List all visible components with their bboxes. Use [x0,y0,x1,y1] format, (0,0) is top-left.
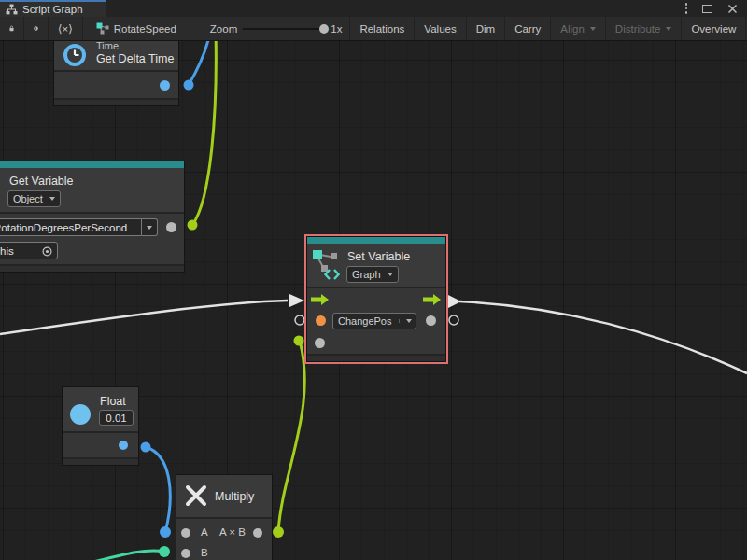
node-title: Get Delta Time [96,52,174,65]
set-variable-icon [312,249,342,281]
get-variable-wire-endpoint[interactable] [188,220,198,231]
node-title: Multiply [215,490,254,503]
node-float[interactable]: Float 0.01 [62,386,139,466]
zoom-slider[interactable] [243,28,325,30]
float-to-multiply-wire [146,447,170,532]
graph-name: RotateSpeed [114,23,176,35]
object-picker-icon[interactable] [42,246,52,257]
graph-hierarchy-icon [6,4,18,15]
node-get-variable[interactable]: Get Variable Object RotationDegreesPerSe… [0,161,185,273]
chevron-down-icon [406,319,412,323]
chevron-down-icon [666,27,671,31]
distribute-dropdown[interactable]: Distribute [606,17,683,40]
float-output-endpoint[interactable] [141,442,151,453]
node-get-delta-time[interactable]: Time Get Delta Time [53,41,179,106]
variable-name-field[interactable]: RotationDegreesPerSecond [0,218,142,236]
node-accent-strip [0,161,184,168]
node-accent-strip [307,237,445,244]
graph-breadcrumb[interactable]: RotateSpeed [83,17,186,40]
node-title: Get Variable [9,175,74,188]
value-input-port[interactable] [316,315,326,326]
graph-node-icon [96,22,109,35]
tab-title: Script Graph [22,4,83,15]
info-button[interactable] [24,17,49,40]
lock-button[interactable] [0,17,24,40]
zoom-slider-handle[interactable] [319,24,329,34]
get-variable-output-port[interactable] [166,222,176,232]
unconnected-port-ring-right[interactable] [449,315,458,325]
variable-name-dropdown-button[interactable] [142,218,158,236]
node-title: Set Variable [347,250,410,263]
float-icon [70,404,91,425]
multiply-input-a-port[interactable] [181,528,190,538]
multiply-input-b-port[interactable] [181,549,190,558]
values-button[interactable]: Values [415,17,466,40]
zoom-control: Zoom 1x [203,17,350,40]
port-b-label: B [201,547,208,558]
maximize-icon[interactable] [702,5,712,13]
flow-wire-out-arrowhead [448,295,461,308]
flow-wire-out [459,301,747,373]
float-value-field[interactable]: 0.01 [99,410,134,426]
teal-wire [90,551,164,560]
lock-icon [9,22,14,35]
edit-graph-button[interactable]: ⟨×⟩ [49,17,83,40]
info-icon [34,22,38,35]
chevron-down-icon [49,197,55,201]
close-icon[interactable] [727,4,738,14]
variable-scope-dropdown[interactable]: Graph [346,266,399,283]
variable-target-field[interactable]: This [0,242,58,259]
float-output-port[interactable] [119,441,128,450]
multiply-a-endpoint[interactable] [160,526,171,538]
window-menu-icon[interactable] [685,3,688,14]
flow-input-port[interactable] [311,294,329,305]
chevron-down-icon [590,27,596,31]
node-set-variable[interactable]: Set Variable Graph ChangePos [306,236,446,362]
dim-button[interactable]: Dim [467,17,505,40]
graph-canvas[interactable]: Time Get Delta Time Get Variable Object … [0,41,747,560]
delta-time-output-port[interactable] [160,80,170,91]
zoom-label: Zoom [210,23,237,35]
port-a-label: A [201,526,208,538]
unconnected-port-ring-left[interactable] [295,315,304,325]
zoom-value: 1x [331,23,342,35]
output-value-port[interactable] [426,315,436,326]
fallback-input-port[interactable] [315,338,325,348]
multiply-output-endpoint[interactable] [273,526,284,538]
multiply-b-endpoint[interactable] [159,546,170,557]
carry-button[interactable]: Carry [505,17,551,40]
port-out-label: A × B [219,526,246,538]
delta-time-wire [189,41,210,85]
variable-scope-dropdown[interactable]: Object [7,190,61,207]
relations-button[interactable]: Relations [349,17,415,40]
code-brackets-label: ⟨×⟩ [58,22,73,35]
align-dropdown[interactable]: Align [551,17,606,40]
chevron-down-icon [147,226,152,230]
script-graph-window: Script Graph ⟨×⟩ [0,0,747,560]
overview-button[interactable]: Overview [682,17,746,40]
setvariable-value-endpoint[interactable] [294,336,304,346]
delta-time-wire-endpoint[interactable] [184,80,194,91]
window-controls [685,2,739,15]
multiply-output-port[interactable] [253,528,262,538]
node-multiply[interactable]: Multiply A A × B B [176,474,273,560]
flow-output-port[interactable] [423,294,441,305]
tab-script-graph[interactable]: Script Graph [0,0,106,17]
node-title: Float [100,395,126,408]
multiply-icon [185,484,207,507]
flow-wire-in-arrowhead [289,294,304,307]
node-category: Time [96,41,119,51]
variable-name-dropdown[interactable]: ChangePos [332,313,416,329]
tab-strip: Script Graph [0,0,747,17]
flow-wire-in [0,301,288,334]
multiply-to-setvariable-wire [278,341,304,532]
clock-icon [63,43,87,67]
toolbar: ⟨×⟩ RotateSpeed Zoom 1x Relations Values… [0,17,747,41]
chevron-down-icon [388,273,393,276]
